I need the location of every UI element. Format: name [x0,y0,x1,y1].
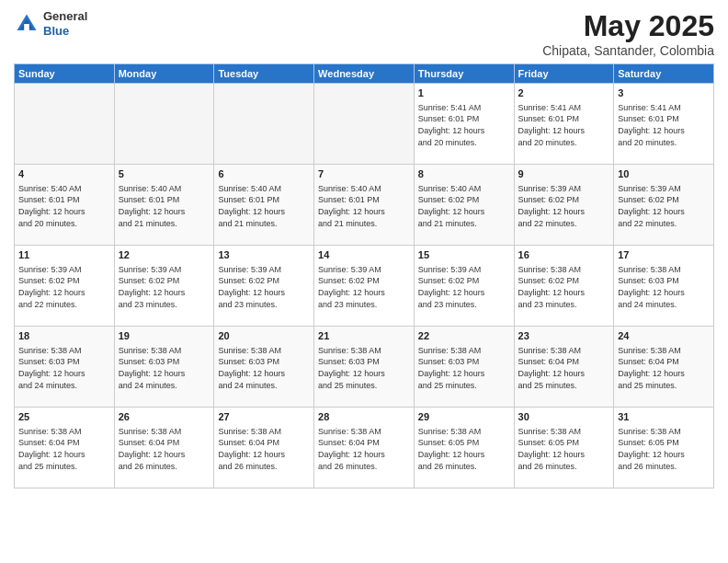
calendar-cell: 17Sunrise: 5:38 AM Sunset: 6:03 PM Dayli… [614,246,714,327]
day-info: Sunrise: 5:38 AM Sunset: 6:05 PM Dayligh… [418,426,510,472]
col-header-tuesday: Tuesday [214,64,314,84]
calendar-cell: 19Sunrise: 5:38 AM Sunset: 6:03 PM Dayli… [114,327,214,408]
day-info: Sunrise: 5:38 AM Sunset: 6:03 PM Dayligh… [618,264,710,310]
calendar-cell: 15Sunrise: 5:39 AM Sunset: 6:02 PM Dayli… [414,246,514,327]
day-number: 17 [618,248,710,262]
day-number: 20 [218,329,310,343]
week-row-2: 4Sunrise: 5:40 AM Sunset: 6:01 PM Daylig… [15,165,714,246]
day-info: Sunrise: 5:38 AM Sunset: 6:04 PM Dayligh… [318,426,410,472]
day-info: Sunrise: 5:38 AM Sunset: 6:04 PM Dayligh… [119,426,210,472]
header: General Blue May 2025 Chipata, Santander… [14,9,714,58]
day-number: 2 [518,86,610,100]
generalblue-icon [14,11,40,37]
col-header-monday: Monday [114,64,214,84]
calendar-cell: 3Sunrise: 5:41 AM Sunset: 6:01 PM Daylig… [614,84,714,165]
day-info: Sunrise: 5:40 AM Sunset: 6:01 PM Dayligh… [218,183,310,229]
day-info: Sunrise: 5:38 AM Sunset: 6:03 PM Dayligh… [218,345,310,391]
calendar-cell: 5Sunrise: 5:40 AM Sunset: 6:01 PM Daylig… [114,165,214,246]
calendar-cell: 4Sunrise: 5:40 AM Sunset: 6:01 PM Daylig… [15,165,115,246]
col-header-wednesday: Wednesday [314,64,415,84]
day-number: 1 [418,86,510,100]
day-number: 23 [518,329,610,343]
day-number: 18 [18,329,110,343]
logo: General Blue [14,9,87,38]
day-info: Sunrise: 5:40 AM Sunset: 6:01 PM Dayligh… [119,183,210,229]
calendar-cell [15,84,115,165]
day-info: Sunrise: 5:39 AM Sunset: 6:02 PM Dayligh… [418,264,510,310]
day-number: 19 [119,329,210,343]
calendar-cell: 20Sunrise: 5:38 AM Sunset: 6:03 PM Dayli… [214,327,314,408]
day-number: 25 [18,410,110,424]
day-info: Sunrise: 5:38 AM Sunset: 6:05 PM Dayligh… [518,426,610,472]
day-number: 12 [119,248,210,262]
calendar-cell: 16Sunrise: 5:38 AM Sunset: 6:02 PM Dayli… [514,246,614,327]
day-number: 13 [218,248,310,262]
calendar-header-row: SundayMondayTuesdayWednesdayThursdayFrid… [15,64,714,84]
month-title: May 2025 [542,9,714,43]
day-number: 5 [119,167,210,181]
calendar-cell: 21Sunrise: 5:38 AM Sunset: 6:03 PM Dayli… [314,327,415,408]
calendar-cell: 13Sunrise: 5:39 AM Sunset: 6:02 PM Dayli… [214,246,314,327]
day-number: 4 [18,167,110,181]
day-info: Sunrise: 5:38 AM Sunset: 6:02 PM Dayligh… [518,264,610,310]
col-header-sunday: Sunday [15,64,115,84]
calendar-cell: 7Sunrise: 5:40 AM Sunset: 6:01 PM Daylig… [314,165,415,246]
day-number: 29 [418,410,510,424]
calendar-cell: 26Sunrise: 5:38 AM Sunset: 6:04 PM Dayli… [114,408,214,488]
logo-text: General Blue [43,9,87,38]
col-header-thursday: Thursday [414,64,514,84]
location-subtitle: Chipata, Santander, Colombia [542,43,714,58]
calendar-cell: 22Sunrise: 5:38 AM Sunset: 6:03 PM Dayli… [414,327,514,408]
day-info: Sunrise: 5:39 AM Sunset: 6:02 PM Dayligh… [618,183,710,229]
day-info: Sunrise: 5:41 AM Sunset: 6:01 PM Dayligh… [518,102,610,148]
day-number: 22 [418,329,510,343]
week-row-1: 1Sunrise: 5:41 AM Sunset: 6:01 PM Daylig… [15,84,714,165]
calendar-cell: 25Sunrise: 5:38 AM Sunset: 6:04 PM Dayli… [15,408,115,488]
day-number: 16 [518,248,610,262]
day-info: Sunrise: 5:39 AM Sunset: 6:02 PM Dayligh… [119,264,210,310]
calendar-cell: 24Sunrise: 5:38 AM Sunset: 6:04 PM Dayli… [614,327,714,408]
day-number: 7 [318,167,410,181]
calendar-cell: 8Sunrise: 5:40 AM Sunset: 6:02 PM Daylig… [414,165,514,246]
logo-blue: Blue [43,24,87,39]
day-info: Sunrise: 5:38 AM Sunset: 6:03 PM Dayligh… [318,345,410,391]
day-number: 10 [618,167,710,181]
day-number: 24 [618,329,710,343]
calendar-cell: 23Sunrise: 5:38 AM Sunset: 6:04 PM Dayli… [514,327,614,408]
day-info: Sunrise: 5:38 AM Sunset: 6:04 PM Dayligh… [18,426,110,472]
calendar-cell: 6Sunrise: 5:40 AM Sunset: 6:01 PM Daylig… [214,165,314,246]
calendar-cell: 31Sunrise: 5:38 AM Sunset: 6:05 PM Dayli… [614,408,714,488]
day-info: Sunrise: 5:38 AM Sunset: 6:03 PM Dayligh… [18,345,110,391]
day-number: 14 [318,248,410,262]
col-header-saturday: Saturday [614,64,714,84]
day-info: Sunrise: 5:41 AM Sunset: 6:01 PM Dayligh… [418,102,510,148]
day-info: Sunrise: 5:40 AM Sunset: 6:01 PM Dayligh… [18,183,110,229]
calendar-cell [114,84,214,165]
calendar-cell: 27Sunrise: 5:38 AM Sunset: 6:04 PM Dayli… [214,408,314,488]
day-info: Sunrise: 5:38 AM Sunset: 6:03 PM Dayligh… [418,345,510,391]
calendar-cell: 30Sunrise: 5:38 AM Sunset: 6:05 PM Dayli… [514,408,614,488]
week-row-4: 18Sunrise: 5:38 AM Sunset: 6:03 PM Dayli… [15,327,714,408]
day-info: Sunrise: 5:39 AM Sunset: 6:02 PM Dayligh… [218,264,310,310]
day-info: Sunrise: 5:39 AM Sunset: 6:02 PM Dayligh… [318,264,410,310]
day-info: Sunrise: 5:38 AM Sunset: 6:04 PM Dayligh… [518,345,610,391]
week-row-3: 11Sunrise: 5:39 AM Sunset: 6:02 PM Dayli… [15,246,714,327]
day-number: 30 [518,410,610,424]
day-number: 6 [218,167,310,181]
calendar-cell: 1Sunrise: 5:41 AM Sunset: 6:01 PM Daylig… [414,84,514,165]
calendar-cell: 11Sunrise: 5:39 AM Sunset: 6:02 PM Dayli… [15,246,115,327]
calendar-cell: 10Sunrise: 5:39 AM Sunset: 6:02 PM Dayli… [614,165,714,246]
calendar-cell: 12Sunrise: 5:39 AM Sunset: 6:02 PM Dayli… [114,246,214,327]
logo-general: General [43,9,87,24]
day-info: Sunrise: 5:38 AM Sunset: 6:04 PM Dayligh… [618,345,710,391]
day-number: 9 [518,167,610,181]
calendar-cell: 2Sunrise: 5:41 AM Sunset: 6:01 PM Daylig… [514,84,614,165]
day-info: Sunrise: 5:39 AM Sunset: 6:02 PM Dayligh… [18,264,110,310]
day-number: 15 [418,248,510,262]
week-row-5: 25Sunrise: 5:38 AM Sunset: 6:04 PM Dayli… [15,408,714,488]
day-info: Sunrise: 5:38 AM Sunset: 6:03 PM Dayligh… [119,345,210,391]
calendar-cell [314,84,415,165]
calendar-cell: 14Sunrise: 5:39 AM Sunset: 6:02 PM Dayli… [314,246,415,327]
calendar: SundayMondayTuesdayWednesdayThursdayFrid… [14,63,714,488]
day-number: 31 [618,410,710,424]
